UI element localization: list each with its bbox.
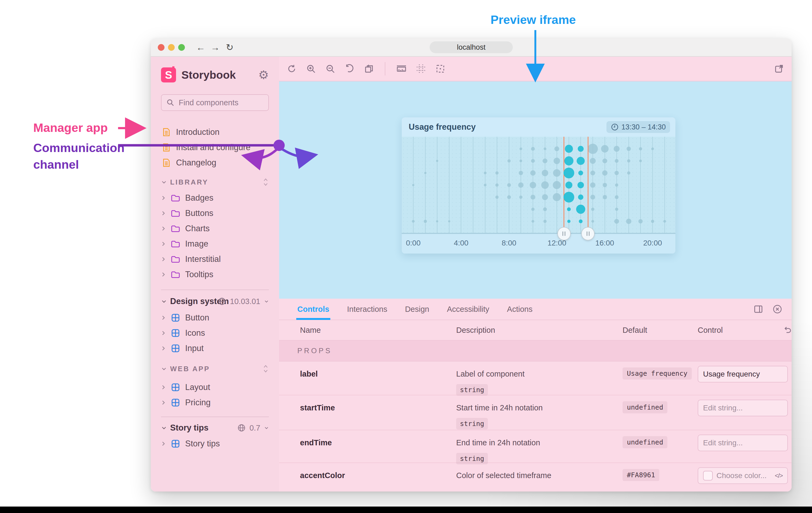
preview-toolbar [279, 57, 792, 81]
prop-description: End time in 24h notation [456, 438, 540, 447]
tab-controls[interactable]: Controls [297, 299, 329, 320]
bubble [484, 172, 487, 174]
search-box[interactable]: / [161, 94, 269, 111]
expand-icon[interactable] [161, 272, 166, 277]
back-icon[interactable]: ← [196, 42, 206, 52]
sidebar-library-label: Buttons [185, 209, 213, 218]
page: { "annotations": { "preview_iframe": "Pr… [0, 0, 812, 513]
expand-icon[interactable] [161, 441, 166, 447]
sidebar-library-item[interactable]: Badges [161, 190, 269, 206]
table-row: endTimeEnd time in 24h notationstringund… [279, 430, 792, 463]
bubble [520, 147, 522, 150]
tab-actions[interactable]: Actions [507, 299, 532, 320]
remount-icon[interactable] [287, 64, 297, 74]
code-icon[interactable]: </> [775, 472, 782, 480]
sidebar-story-tips-item[interactable]: Story tips [161, 436, 269, 451]
expand-icon[interactable] [161, 384, 166, 390]
expand-icon[interactable] [161, 315, 166, 321]
bubble [614, 171, 619, 175]
sidebar-design-system-item[interactable]: Button [161, 310, 269, 325]
tab-design[interactable]: Design [405, 299, 429, 320]
chart-gridline [461, 137, 461, 233]
story-tips-version[interactable]: 0.7 [250, 424, 260, 432]
selection-end-handle[interactable] [581, 227, 594, 240]
sidebar-web-app-item[interactable]: Pricing [161, 395, 269, 410]
expand-icon[interactable] [161, 241, 166, 247]
panel-position-icon[interactable] [754, 304, 763, 314]
zoom-in-icon[interactable] [306, 64, 316, 74]
folder-icon [170, 255, 181, 263]
chevron-down-icon[interactable] [264, 299, 269, 304]
text-control[interactable]: Edit string... [698, 435, 788, 451]
expand-icon[interactable] [161, 400, 166, 406]
expand-icon[interactable] [161, 256, 166, 262]
sidebar-library-item[interactable]: Buttons [161, 206, 269, 221]
tab-accessibility[interactable]: Accessibility [447, 299, 489, 320]
sidebar-web-app-item[interactable]: Layout [161, 379, 269, 395]
bubble [543, 207, 547, 211]
expand-icon[interactable] [161, 330, 166, 336]
search-input[interactable] [178, 98, 281, 107]
sidebar-design-system-label: Icons [185, 328, 205, 338]
close-icon[interactable] [772, 304, 782, 314]
backgrounds-icon[interactable] [364, 64, 374, 74]
sidebar-doc-label: Introduction [176, 127, 220, 137]
design-system-header[interactable]: Design system 10.03.01 [161, 294, 269, 308]
forward-icon[interactable]: → [210, 42, 220, 52]
bubble [531, 147, 535, 151]
color-swatch[interactable] [703, 471, 713, 481]
design-system-version[interactable]: 10.03.01 [230, 297, 260, 306]
sidebar-design-system-item[interactable]: Input [161, 341, 269, 356]
web-app-section-header[interactable]: WEB APP [161, 362, 269, 375]
story-tips-header[interactable]: Story tips 0.7 [161, 421, 269, 435]
sidebar-library-item[interactable]: Interstitial [161, 251, 269, 267]
text-control[interactable]: Usage frequency [698, 366, 788, 382]
tab-interactions[interactable]: Interactions [347, 299, 387, 320]
grid-icon[interactable] [416, 64, 426, 74]
minimize-window-button[interactable] [168, 44, 175, 51]
bubble [590, 195, 595, 199]
zoom-reset-icon[interactable] [345, 64, 355, 74]
zoom-out-icon[interactable] [325, 64, 336, 74]
bubble [603, 195, 607, 199]
reload-icon[interactable]: ↻ [225, 42, 235, 52]
prop-description: Label of component [456, 370, 525, 378]
library-section-header[interactable]: LIBRARY [161, 176, 269, 188]
table-row: startTimeStart time in 24h notationstrin… [279, 395, 792, 430]
bubble [614, 146, 619, 152]
address-bar[interactable]: localhost [430, 42, 513, 53]
bottom-black-bar [0, 507, 812, 513]
prop-name: accentColor [300, 471, 345, 480]
sidebar-library-item[interactable]: Charts [161, 221, 269, 236]
bubble [543, 220, 547, 223]
sidebar-library-item[interactable]: Image [161, 236, 269, 251]
gear-icon[interactable]: ⚙ [258, 69, 269, 81]
ruler-icon[interactable] [396, 64, 407, 74]
storybook-logo-icon[interactable]: S [161, 68, 176, 82]
expand-icon[interactable] [161, 210, 166, 216]
sidebar-doc-item[interactable]: Introduction [161, 124, 269, 140]
undo-icon[interactable] [782, 325, 792, 335]
color-control[interactable]: Choose color...</> [698, 467, 788, 484]
chart-gridline [473, 137, 473, 233]
expand-icon[interactable] [161, 195, 166, 201]
sidebar-doc-item[interactable]: Install and configure [161, 140, 269, 155]
maximize-window-button[interactable] [178, 44, 185, 51]
open-external-icon[interactable] [774, 64, 784, 74]
selection-start-handle[interactable] [557, 227, 571, 240]
sort-icon[interactable] [262, 178, 269, 187]
close-window-button[interactable] [158, 44, 165, 51]
expand-icon[interactable] [161, 225, 166, 232]
chevron-down-icon[interactable] [264, 426, 269, 430]
document-icon [161, 127, 172, 137]
sidebar-library-item[interactable]: Tooltips [161, 267, 269, 282]
expand-icon[interactable] [161, 345, 166, 351]
sidebar-doc-item[interactable]: Changelog [161, 155, 269, 170]
bubble [590, 158, 596, 164]
text-control[interactable]: Edit string... [698, 400, 788, 416]
sidebar-design-system-item[interactable]: Icons [161, 325, 269, 341]
sidebar-library-label: Badges [185, 193, 213, 203]
sort-icon[interactable] [262, 364, 269, 373]
bubble-highlighted [565, 145, 573, 153]
outline-icon[interactable] [435, 64, 445, 74]
